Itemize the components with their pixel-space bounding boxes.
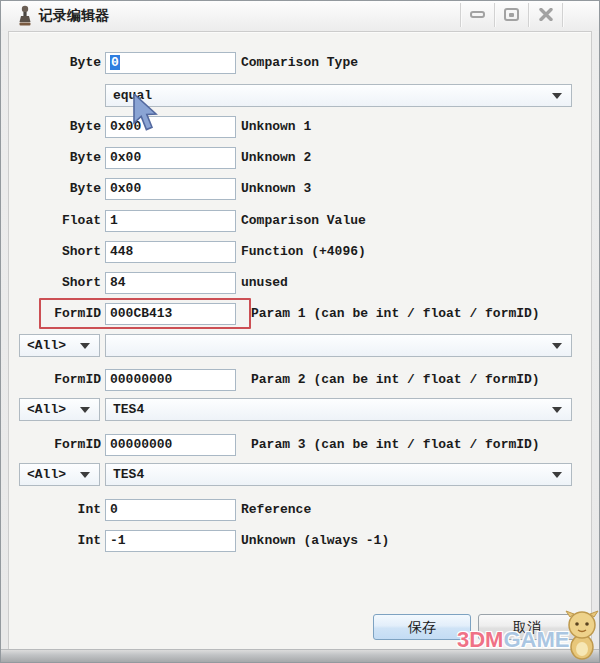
combo-value: TES4 <box>106 402 144 417</box>
field-desc-label: Reference <box>241 499 311 521</box>
field-type-label: Byte <box>9 52 101 74</box>
chevron-down-icon <box>552 472 562 478</box>
field-type-label: FormID <box>9 434 101 456</box>
input-text: 84 <box>110 275 126 290</box>
watermark-game: GAME <box>503 627 569 652</box>
param2-record-combo[interactable]: TES4 <box>105 398 572 421</box>
app-icon <box>17 5 33 27</box>
field-desc-label: Comparison Type <box>241 52 358 74</box>
input-text: 00000000 <box>110 372 172 387</box>
titlebar[interactable]: 记录编辑器 <box>1 1 599 31</box>
field-row-unknown2: Byte 0x00 Unknown 2 <box>9 147 591 169</box>
unknown3-input[interactable]: 0x00 <box>105 178 236 200</box>
input-text: 0x00 <box>110 181 141 196</box>
unknown1-input[interactable]: 0x00 <box>105 116 236 138</box>
field-desc-label: Unknown 1 <box>241 116 311 138</box>
chevron-down-icon <box>552 93 562 99</box>
input-text: 000CB413 <box>110 306 172 321</box>
field-row-param3: FormID 00000000 Param 3 (can be int / fl… <box>9 434 591 456</box>
field-type-label: Int <box>9 530 101 552</box>
combo-value: <All> <box>20 338 66 353</box>
chevron-down-icon <box>80 407 90 413</box>
field-row-param1: FormID 000CB413 Param 1 (can be int / fl… <box>9 303 591 325</box>
field-type-label: Int <box>9 499 101 521</box>
maximize-icon <box>504 8 519 21</box>
field-type-label: Byte <box>9 178 101 200</box>
unknown-neg1-input[interactable]: -1 <box>105 530 236 552</box>
comparison-type-input[interactable]: 0 <box>105 52 236 74</box>
field-row-unknown1: Byte 0x00 Unknown 1 <box>9 116 591 138</box>
mouse-cursor <box>132 94 158 134</box>
field-type-label: Short <box>9 241 101 263</box>
dialog-body: Byte 0 Comparison Type equal Byte 0x00 U… <box>8 31 592 650</box>
chevron-down-icon <box>552 343 562 349</box>
combo-value <box>106 338 113 353</box>
close-icon <box>539 8 553 21</box>
comparison-type-combo[interactable]: equal <box>105 84 572 107</box>
mascot-image <box>564 609 600 661</box>
function-input[interactable]: 448 <box>105 241 236 263</box>
param1-record-combo[interactable] <box>105 334 572 357</box>
param3-record-combo[interactable]: TES4 <box>105 463 572 486</box>
field-type-label: Byte <box>9 116 101 138</box>
input-text: -1 <box>110 533 126 548</box>
param3-filter-combo[interactable]: <All> <box>19 463 100 486</box>
field-row-comparison-value: Float 1 Comparison Value <box>9 210 591 232</box>
close-button[interactable] <box>529 3 562 27</box>
field-row-reference: Int 0 Reference <box>9 499 591 521</box>
chevron-down-icon <box>552 407 562 413</box>
field-row-unknown3: Byte 0x00 Unknown 3 <box>9 178 591 200</box>
field-row-param2: FormID 00000000 Param 2 (can be int / fl… <box>9 369 591 391</box>
record-editor-window: 记录编辑器 Byte 0 Comparison Type <box>0 0 600 663</box>
input-text: 00000000 <box>110 437 172 452</box>
field-type-label: Byte <box>9 147 101 169</box>
unknown2-input[interactable]: 0x00 <box>105 147 236 169</box>
field-desc-label: Param 2 (can be int / float / formID) <box>251 369 540 391</box>
input-text: 0x00 <box>110 150 141 165</box>
combo-value: TES4 <box>106 467 144 482</box>
watermark: 3DMGAME <box>457 627 569 653</box>
field-type-label: Short <box>9 272 101 294</box>
field-row-unused: Short 84 unused <box>9 272 591 294</box>
input-text: 0 <box>110 502 118 517</box>
comparison-value-input[interactable]: 1 <box>105 210 236 232</box>
field-row-unknown-neg1: Int -1 Unknown (always -1) <box>9 530 591 552</box>
chevron-down-icon <box>80 472 90 478</box>
field-type-label: Float <box>9 210 101 232</box>
param2-filter-combo[interactable]: <All> <box>19 398 100 421</box>
field-desc-label: Unknown 2 <box>241 147 311 169</box>
field-type-label: FormID <box>9 369 101 391</box>
param1-input[interactable]: 000CB413 <box>105 303 236 325</box>
reference-input[interactable]: 0 <box>105 499 236 521</box>
combo-value: <All> <box>20 402 66 417</box>
maximize-button[interactable] <box>495 3 528 27</box>
param1-filter-combo[interactable]: <All> <box>19 334 100 357</box>
field-desc-label: Function (+4096) <box>241 241 366 263</box>
selected-text: 0 <box>110 55 120 70</box>
minimize-icon <box>470 11 485 18</box>
field-desc-label: Unknown (always -1) <box>241 530 389 552</box>
unused-input[interactable]: 84 <box>105 272 236 294</box>
combo-value: <All> <box>20 467 66 482</box>
caption-buttons <box>460 2 563 27</box>
param3-input[interactable]: 00000000 <box>105 434 236 456</box>
input-text: 448 <box>110 244 133 259</box>
field-type-label: FormID <box>9 303 101 325</box>
param2-input[interactable]: 00000000 <box>105 369 236 391</box>
field-desc-label: Param 3 (can be int / float / formID) <box>251 434 540 456</box>
watermark-3dm: 3DM <box>457 627 503 652</box>
field-desc-label: Unknown 3 <box>241 178 311 200</box>
field-desc-label: Comparison Value <box>241 210 366 232</box>
field-row-function: Short 448 Function (+4096) <box>9 241 591 263</box>
window-title: 记录编辑器 <box>39 7 109 25</box>
field-desc-label: unused <box>241 272 288 294</box>
chevron-down-icon <box>80 343 90 349</box>
field-row-comparison-type: Byte 0 Comparison Type <box>9 52 591 74</box>
field-desc-label: Param 1 (can be int / float / formID) <box>251 303 540 325</box>
caption-separator <box>562 3 563 27</box>
input-text: 1 <box>110 213 118 228</box>
minimize-button[interactable] <box>461 3 494 27</box>
